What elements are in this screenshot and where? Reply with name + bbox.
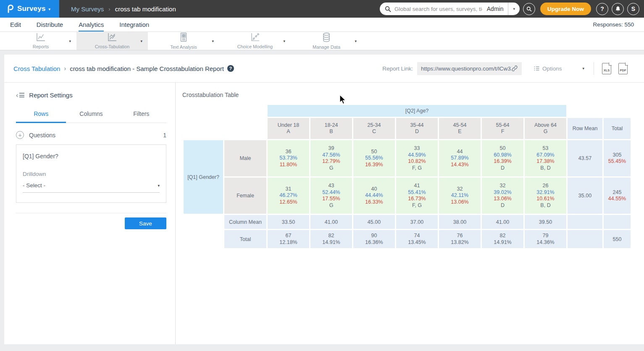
column-header-above-64: Above 64G (525, 118, 566, 139)
total-header: Total (604, 118, 631, 139)
report-help-icon[interactable]: ? (227, 65, 234, 72)
options-label: Options (542, 65, 562, 72)
toolbar-item-reports[interactable]: Reports▾ (5, 32, 76, 50)
report-actions: Report Link: https://www.questionpro.com… (382, 62, 635, 75)
nav-tabs: EditDistributeAnalyticsIntegration (10, 18, 165, 31)
column-mean-cell-f: 41.00 (482, 215, 523, 229)
toolbar-caret-icon[interactable]: ▾ (355, 39, 357, 43)
total-cell-b: 8214.91% (310, 230, 352, 248)
toolbar-item-label: Cross-Tabulation (95, 44, 130, 49)
search-icon (385, 6, 391, 12)
column-header-45-54: 45-54E (439, 118, 481, 139)
row-label-female: Female (224, 178, 266, 214)
column-header-18-24: 18-24B (310, 118, 352, 139)
top-header-bar: Surveys ▾ My Surveys › cross tab modific… (0, 0, 644, 18)
data-cell-male-a: 3653.73%11.80% (268, 140, 309, 176)
folded-corner (609, 63, 612, 65)
search-scope-caret-icon[interactable]: ▾ (508, 3, 520, 15)
total-cell-e: 7613.82% (439, 230, 481, 248)
questions-label: Questions (29, 132, 55, 139)
row-total-cell: 30555.45% (604, 140, 631, 176)
total-cell-g: 7914.36% (525, 230, 566, 248)
account-avatar[interactable]: S (627, 3, 639, 15)
divider (16, 213, 166, 213)
data-cell-male-e: 4457.89%14.43% (439, 140, 481, 176)
spacer-cell (184, 215, 223, 229)
nav-tab-integration[interactable]: Integration (119, 18, 149, 31)
column-header-55-64: 55-64F (482, 118, 523, 139)
data-cell-female-e: 3242.11%13.06% (439, 178, 481, 214)
row-mean-cell: 35.00 (568, 178, 602, 214)
options-caret-icon: ▾ (582, 66, 584, 71)
questionpro-logo-icon (6, 4, 13, 13)
nav-tab-distribute[interactable]: Distribute (37, 18, 63, 31)
data-cell-male-b: 3947.56%12.79%G (310, 140, 352, 176)
toolbar-caret-icon[interactable]: ▾ (212, 39, 214, 43)
toolbar-caret-icon[interactable]: ▾ (69, 39, 71, 43)
breadcrumb: My Surveys › cross tab modification (71, 0, 176, 18)
row-total-cell: 24544.55% (604, 178, 631, 214)
cross-tabulation-link[interactable]: Cross Tabulation (13, 65, 60, 72)
drilldown-select[interactable]: - Select - ▾ (23, 182, 160, 193)
folded-corner (625, 63, 628, 65)
column-mean-cell-g: 39.50 (525, 215, 566, 229)
crosstab-panel: Crosstabulation Table [Q2] Age?Under 18A… (176, 83, 644, 344)
search-input[interactable] (394, 6, 482, 12)
bell-icon (615, 6, 621, 12)
pdf-label: PDF (619, 68, 627, 72)
toolbar-item-manage-data[interactable]: Manage Data▾ (291, 32, 362, 50)
collapse-panel-icon[interactable]: ‹ (16, 92, 24, 99)
row-label-male: Male (224, 140, 266, 176)
settings-tabs: RowsColumnsFilters (16, 107, 166, 123)
search-scope-label[interactable]: Admin (482, 5, 508, 12)
choice-modelling-icon (250, 33, 260, 44)
spacer-cell (184, 105, 266, 117)
total-row-label: Total (224, 230, 266, 248)
toolbar-item-text-analysis[interactable]: Text Analysis▾ (148, 32, 219, 50)
crosstab-section-title: Crosstabulation Table (182, 92, 644, 98)
column-mean-cell-b: 41.00 (310, 215, 352, 229)
spacer-cell (568, 105, 602, 117)
column-header-25-34: 25-34C (353, 118, 395, 139)
options-dropdown[interactable]: Options ▾ (534, 65, 584, 72)
breadcrumb-my-surveys[interactable]: My Surveys (71, 5, 104, 13)
topbar-actions: Admin ▾ Upgrade Now ? S (380, 0, 644, 18)
settings-tab-filters[interactable]: Filters (116, 107, 166, 123)
link-icon[interactable] (511, 65, 518, 72)
toolbar-item-choice-modelling[interactable]: Choice Modelling▾ (219, 32, 291, 50)
data-cell-female-c: 4044.44%16.33% (353, 178, 395, 214)
spacer-cell (184, 230, 223, 248)
help-button[interactable]: ? (596, 3, 608, 15)
toolbar-caret-icon[interactable]: ▾ (283, 39, 285, 43)
column-header-under-18: Under 18A (268, 118, 309, 139)
spacer-cell (604, 105, 631, 117)
app-logo[interactable]: Surveys ▾ (0, 0, 59, 18)
breadcrumb-current-survey: cross tab modification (115, 5, 176, 13)
data-cell-female-d: 4155.41%16.73%F, G (396, 178, 438, 214)
spacer-cell (184, 118, 266, 139)
add-question-icon[interactable]: + (16, 131, 24, 139)
settings-tab-columns[interactable]: Columns (66, 107, 116, 123)
report-link-field[interactable]: https://www.questionpro.com/t/lCw3Zc (417, 62, 522, 75)
list-icon (534, 66, 539, 71)
product-switcher-caret-icon[interactable]: ▾ (49, 6, 51, 11)
notifications-button[interactable] (612, 3, 624, 15)
empty-summary-cell (568, 215, 602, 229)
save-button[interactable]: Save (125, 217, 166, 229)
search-button[interactable] (523, 3, 535, 15)
export-pdf-button[interactable]: PDF (618, 63, 628, 74)
toolbar-item-cross-tabulation[interactable]: Cross-Tabulation▾ (76, 32, 148, 50)
toolbar-caret-icon[interactable]: ▾ (140, 39, 142, 43)
settings-tab-rows[interactable]: Rows (16, 107, 66, 123)
empty-summary-cell (604, 215, 631, 229)
cross-tabulation-icon (107, 33, 117, 44)
export-xls-button[interactable]: XLS (602, 63, 611, 74)
nav-tab-analytics[interactable]: Analytics (79, 18, 104, 31)
nav-tab-edit[interactable]: Edit (10, 18, 21, 31)
column-mean-cell-e: 38.00 (439, 215, 481, 229)
global-search: Admin ▾ (380, 3, 520, 15)
questions-count-badge: 1 (163, 132, 166, 139)
total-cell-c: 9016.36% (353, 230, 395, 248)
upgrade-now-button[interactable]: Upgrade Now (540, 3, 591, 15)
grand-total-cell: 550 (604, 230, 631, 248)
